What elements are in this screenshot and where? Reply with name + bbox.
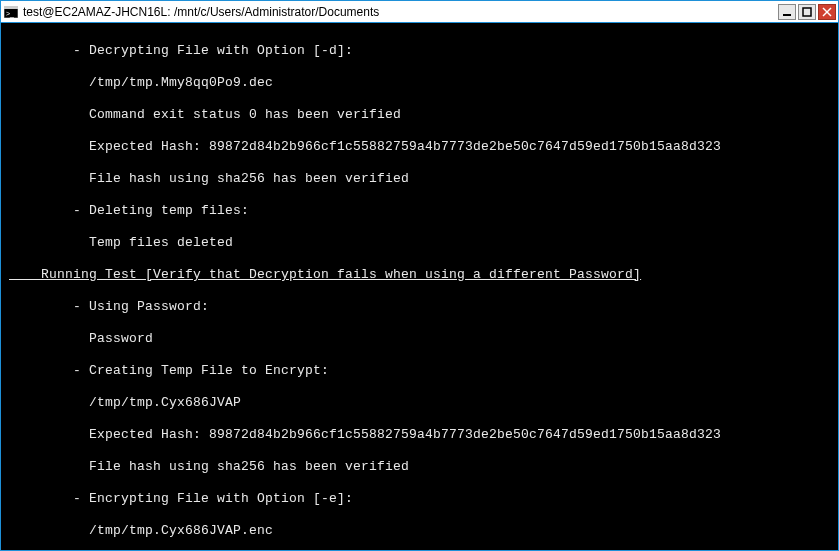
output-line: Expected Hash: 89872d84b2b966cf1c5588275… [9, 139, 830, 155]
output-line: /tmp/tmp.Cyx686JVAP.enc [9, 523, 830, 539]
close-button[interactable] [818, 4, 836, 20]
output-line: File hash using sha256 has been verified [9, 459, 830, 475]
terminal-window: >_ test@EC2AMAZ-JHCN16L: /mnt/c/Users/Ad… [0, 0, 839, 551]
maximize-button[interactable] [798, 4, 816, 20]
output-line: Expected Hash: 89872d84b2b966cf1c5588275… [9, 427, 830, 443]
output-line: File hash using sha256 has been verified [9, 171, 830, 187]
svg-text:>_: >_ [6, 10, 14, 18]
test-header: Running Test [Verify that Decryption fai… [9, 267, 830, 283]
minimize-button[interactable] [778, 4, 796, 20]
svg-rect-1 [4, 6, 18, 9]
output-line: - Decrypting File with Option [-d]: [9, 43, 830, 59]
terminal-icon: >_ [3, 4, 19, 20]
output-line: Password [9, 331, 830, 347]
output-line: - Encrypting File with Option [-e]: [9, 491, 830, 507]
output-line: Command exit status 0 has been verified [9, 107, 830, 123]
window-title: test@EC2AMAZ-JHCN16L: /mnt/c/Users/Admin… [23, 5, 778, 19]
output-line: - Creating Temp File to Encrypt: [9, 363, 830, 379]
output-line: /tmp/tmp.Cyx686JVAP [9, 395, 830, 411]
output-line: /tmp/tmp.Mmy8qq0Po9.dec [9, 75, 830, 91]
output-line: Temp files deleted [9, 235, 830, 251]
titlebar[interactable]: >_ test@EC2AMAZ-JHCN16L: /mnt/c/Users/Ad… [1, 1, 838, 23]
test-header-text: Running Test [Verify that Decryption fai… [9, 267, 641, 282]
window-controls [778, 4, 836, 20]
output-line: - Using Password: [9, 299, 830, 315]
svg-rect-4 [803, 8, 811, 16]
terminal-body[interactable]: - Decrypting File with Option [-d]: /tmp… [1, 23, 838, 550]
output-line: - Deleting temp files: [9, 203, 830, 219]
